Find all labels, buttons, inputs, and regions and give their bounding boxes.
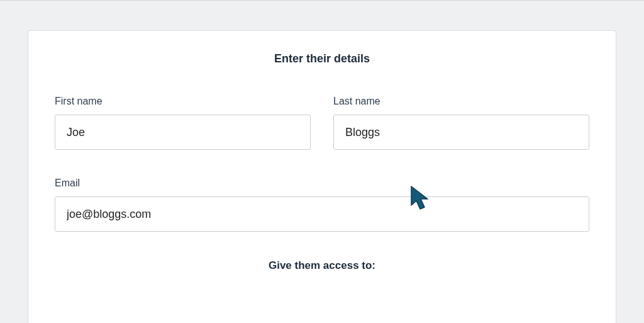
email-field-group: Email <box>55 178 589 232</box>
access-heading: Give them access to: <box>55 259 589 272</box>
details-form-card: Enter their details First name Last name… <box>28 30 616 323</box>
email-input[interactable] <box>55 196 589 232</box>
email-label: Email <box>55 178 589 189</box>
top-divider <box>0 0 644 1</box>
last-name-input[interactable] <box>333 115 589 150</box>
first-name-input[interactable] <box>55 115 311 150</box>
form-heading: Enter their details <box>55 52 589 65</box>
name-row: First name Last name <box>55 96 589 150</box>
last-name-field-group: Last name <box>333 96 589 150</box>
last-name-label: Last name <box>333 96 589 107</box>
first-name-field-group: First name <box>55 96 311 150</box>
first-name-label: First name <box>55 96 311 107</box>
email-row: Email <box>55 178 589 232</box>
